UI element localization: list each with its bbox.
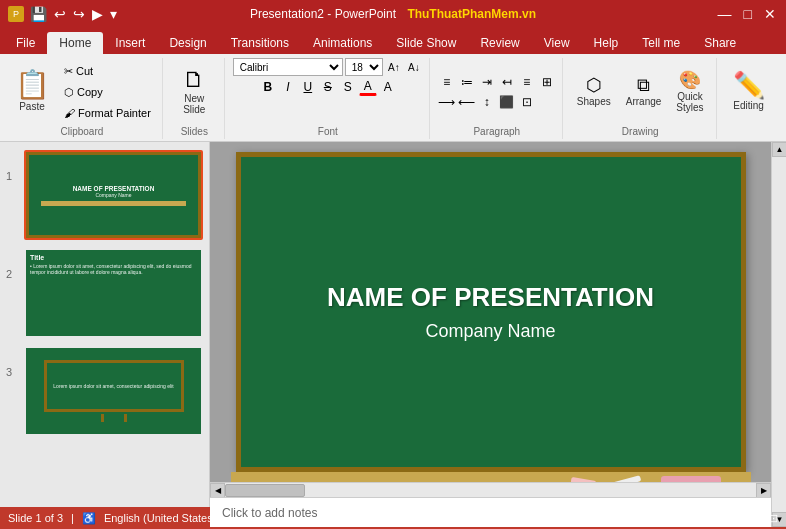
new-slide-button[interactable]: 🗋 NewSlide bbox=[176, 65, 212, 119]
scroll-left-button[interactable]: ◀ bbox=[210, 483, 225, 498]
tab-help[interactable]: Help bbox=[582, 32, 631, 54]
font-color-button[interactable]: A bbox=[359, 78, 377, 96]
window-title: Presentation2 - PowerPoint ThuThuatPhanM… bbox=[250, 7, 536, 21]
clipboard-sub: ✂ Cut ⬡ Copy 🖌 Format Painter bbox=[59, 62, 156, 122]
slide-panel: 1 NAME OF PRESENTATION Company Name 2 Ti… bbox=[0, 142, 210, 507]
tab-home[interactable]: Home bbox=[47, 32, 103, 54]
redo-button[interactable]: ↪ bbox=[71, 4, 87, 24]
slide-main[interactable]: NAME OF PRESENTATION Company Name bbox=[236, 152, 746, 472]
tab-review[interactable]: Review bbox=[468, 32, 531, 54]
scroll-right-button[interactable]: ▶ bbox=[756, 483, 771, 498]
tab-share[interactable]: Share bbox=[692, 32, 748, 54]
shapes-button[interactable]: ⬡ Shapes bbox=[571, 72, 617, 111]
ribbon-tabs: File Home Insert Design Transitions Anim… bbox=[0, 28, 786, 54]
numbered-list-button[interactable]: ≔ bbox=[458, 73, 476, 91]
thumb3-text: Lorem ipsum dolor sit amet, consectetur … bbox=[53, 383, 173, 389]
slide-canvas[interactable]: NAME OF PRESENTATION Company Name bbox=[210, 142, 771, 482]
slide-thumb-img-3: Lorem ipsum dolor sit amet, consectetur … bbox=[24, 346, 203, 436]
tab-file[interactable]: File bbox=[4, 32, 47, 54]
quick-styles-button[interactable]: 🎨 QuickStyles bbox=[670, 67, 709, 117]
bold-button[interactable]: B bbox=[259, 78, 277, 96]
decrease-font-button[interactable]: A↓ bbox=[405, 58, 423, 76]
font-highlight-button[interactable]: A bbox=[379, 78, 397, 96]
new-slide-label: NewSlide bbox=[183, 93, 205, 115]
maximize-button[interactable]: □ bbox=[742, 4, 754, 24]
notes-bar[interactable]: Click to add notes bbox=[210, 497, 771, 527]
scroll-up-button[interactable]: ▲ bbox=[772, 142, 786, 157]
font-label: Font bbox=[227, 126, 429, 137]
slides-label: Slides bbox=[165, 126, 224, 137]
slides-group: 🗋 NewSlide Slides bbox=[165, 58, 225, 139]
arrange-label: Arrange bbox=[626, 96, 662, 107]
tab-insert[interactable]: Insert bbox=[103, 32, 157, 54]
tab-tellme[interactable]: Tell me bbox=[630, 32, 692, 54]
tab-slideshow[interactable]: Slide Show bbox=[384, 32, 468, 54]
outdent-button[interactable]: ⟵ bbox=[458, 93, 476, 111]
quick-access-toolbar: 💾 ↩ ↪ ▶ ▾ bbox=[28, 4, 119, 24]
clipboard-label: Clipboard bbox=[2, 126, 162, 137]
increase-font-button[interactable]: A↑ bbox=[385, 58, 403, 76]
columns-button[interactable]: ⊞ bbox=[538, 73, 556, 91]
slide-thumbnail-2[interactable]: 2 Title • Lorem ipsum dolor sit amet, co… bbox=[6, 248, 203, 338]
undo-button[interactable]: ↩ bbox=[52, 4, 68, 24]
arrange-button[interactable]: ⧉ Arrange bbox=[620, 72, 668, 111]
more-button[interactable]: ▾ bbox=[108, 4, 119, 24]
paragraph-group: ≡ ≔ ⇥ ↤ ≡ ⊞ ⟶ ⟵ ↕ ⬛ ⊡ Paragraph bbox=[432, 58, 563, 139]
arrange-icon: ⧉ bbox=[637, 76, 650, 94]
tab-design[interactable]: Design bbox=[157, 32, 218, 54]
slide-thumb-3-inner: Lorem ipsum dolor sit amet, consectetur … bbox=[26, 348, 201, 434]
paste-button[interactable]: 📋 Paste bbox=[8, 67, 56, 116]
align-center-button[interactable]: ≡ bbox=[518, 73, 536, 91]
editing-icon: ✏️ bbox=[733, 72, 765, 98]
strikethrough-button[interactable]: S bbox=[319, 78, 337, 96]
smartart-button[interactable]: ⊡ bbox=[518, 93, 536, 111]
editing-label: Editing bbox=[733, 100, 764, 111]
ribbon-body: 📋 Paste ✂ Cut ⬡ Copy 🖌 Format Painter Cl… bbox=[0, 54, 786, 142]
save-button[interactable]: 💾 bbox=[28, 4, 49, 24]
tab-view[interactable]: View bbox=[532, 32, 582, 54]
text-shadow-button[interactable]: S bbox=[339, 78, 357, 96]
copy-button[interactable]: ⬡ Copy bbox=[59, 83, 156, 102]
align-text-button[interactable]: ⬛ bbox=[498, 93, 516, 111]
font-row-1: Calibri 18 A↑ A↓ bbox=[233, 58, 423, 76]
bullet-list-button[interactable]: ≡ bbox=[438, 73, 456, 91]
slide-num-1: 1 bbox=[6, 150, 18, 182]
h-scroll-thumb[interactable] bbox=[225, 484, 305, 497]
indent-button[interactable]: ⟶ bbox=[438, 93, 456, 111]
notes-placeholder: Click to add notes bbox=[222, 506, 317, 520]
paste-icon: 📋 bbox=[15, 71, 50, 99]
shapes-icon: ⬡ bbox=[586, 76, 602, 94]
thumb1-title: NAME OF PRESENTATION bbox=[73, 185, 155, 192]
thumb3-board: Lorem ipsum dolor sit amet, consectetur … bbox=[44, 360, 184, 412]
watermark: ThuThuatPhanMem.vn bbox=[407, 7, 536, 21]
slide-thumb-img-2: Title • Lorem ipsum dolor sit amet, cons… bbox=[24, 248, 203, 338]
italic-button[interactable]: I bbox=[279, 78, 297, 96]
editing-content: ✏️ Editing bbox=[727, 58, 771, 139]
paste-label: Paste bbox=[19, 101, 45, 112]
underline-button[interactable]: U bbox=[299, 78, 317, 96]
edit-column: NAME OF PRESENTATION Company Name ◀ bbox=[210, 142, 786, 507]
slide-thumbnail-1[interactable]: 1 NAME OF PRESENTATION Company Name bbox=[6, 150, 203, 240]
cut-button[interactable]: ✂ Cut bbox=[59, 62, 156, 81]
slide-thumbnail-3[interactable]: 3 Lorem ipsum dolor sit amet, consectetu… bbox=[6, 346, 203, 436]
thumb3-legs bbox=[101, 414, 127, 422]
editing-button[interactable]: ✏️ Editing bbox=[727, 68, 771, 115]
font-size-select[interactable]: 18 bbox=[345, 58, 383, 76]
list-level-button[interactable]: ⇥ bbox=[478, 73, 496, 91]
new-slide-icon: 🗋 bbox=[183, 69, 205, 91]
font-name-select[interactable]: Calibri bbox=[233, 58, 343, 76]
format-painter-button[interactable]: 🖌 Format Painter bbox=[59, 104, 156, 122]
minimize-button[interactable]: — bbox=[716, 4, 734, 24]
tab-transitions[interactable]: Transitions bbox=[219, 32, 301, 54]
editing-group: ✏️ Editing bbox=[719, 58, 779, 139]
tab-animations[interactable]: Animations bbox=[301, 32, 384, 54]
line-spacing-button[interactable]: ↕ bbox=[478, 93, 496, 111]
present-button[interactable]: ▶ bbox=[90, 4, 105, 24]
drawing-label: Drawing bbox=[565, 126, 716, 137]
title-bar-left: P 💾 ↩ ↪ ▶ ▾ bbox=[8, 4, 119, 24]
align-left-button[interactable]: ↤ bbox=[498, 73, 516, 91]
slide-wrapper: NAME OF PRESENTATION Company Name bbox=[236, 152, 746, 472]
zoom-slider[interactable] bbox=[665, 516, 735, 520]
zoom-thumb[interactable] bbox=[707, 513, 717, 523]
close-button[interactable]: ✕ bbox=[762, 4, 778, 24]
